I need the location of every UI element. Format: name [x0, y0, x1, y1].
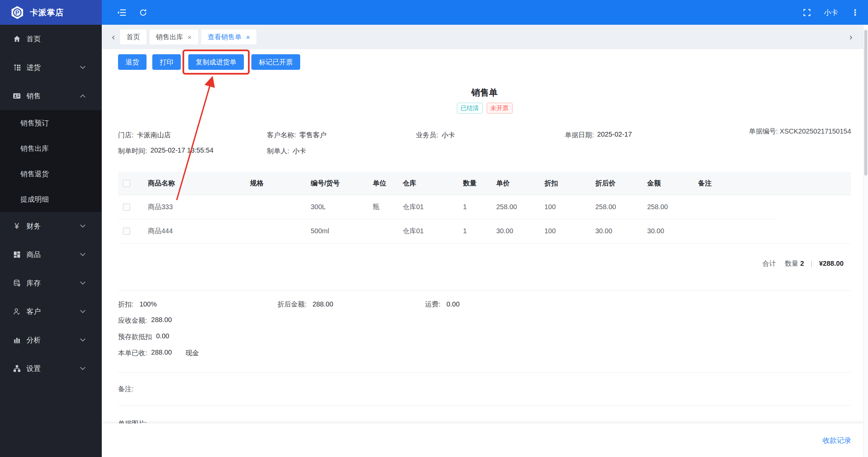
field-salesman: 业务员: 小卡 — [416, 131, 565, 140]
field-created-time: 制单时间: 2025-02-17 13:55:54 — [118, 146, 267, 156]
chevron-down-icon — [80, 367, 85, 370]
fullscreen-icon[interactable] — [803, 8, 811, 17]
chevron-up-icon — [80, 94, 85, 98]
chevron-down-icon — [80, 253, 85, 256]
document-images-label: 单据图片: — [118, 420, 147, 424]
tab-sales-outbound[interactable]: 销售出库 × — [150, 29, 198, 44]
app-body: 首页 进货 销售 销售预订 — [0, 25, 868, 457]
app-header: P 卡派掌店 小卡 ⋮ — [0, 0, 868, 25]
sidebar-item-sales-outbound[interactable]: 销售出库 — [0, 136, 102, 161]
table-row: 商品333 300L 瓶 仓库01 1 258.00 100 258.00 25… — [118, 195, 851, 219]
brand-logo-icon: P — [10, 5, 24, 20]
row-checkbox[interactable] — [123, 227, 130, 235]
remark-label: 备注: — [118, 385, 134, 393]
field-store: 门店: 卡派南山店 — [118, 131, 267, 140]
column-price: 单价 — [491, 172, 540, 195]
column-code: 编号/货号 — [306, 172, 368, 195]
refresh-icon[interactable] — [139, 8, 147, 17]
field-discount: 折扣: 100% — [118, 300, 277, 309]
home-icon — [13, 35, 21, 43]
return-goods-button[interactable]: 退货 — [118, 54, 147, 70]
annotation-highlight-box: 复制成进货单 — [182, 49, 250, 75]
line-items-table: 商品名称 规格 编号/货号 单位 仓库 数量 单价 折扣 折后价 金额 备注 — [118, 172, 851, 243]
tab-view-sales-order[interactable]: 查看销售单 × — [201, 29, 256, 44]
customer-icon — [13, 308, 21, 316]
sidebar-item-sales-booking[interactable]: 销售预订 — [0, 110, 102, 136]
field-receivable: 应收金额: 288.00 — [118, 316, 851, 325]
print-button[interactable]: 打印 — [152, 54, 181, 70]
column-spec: 规格 — [245, 172, 306, 195]
sidebar-item-sales-return[interactable]: 销售退货 — [0, 161, 102, 186]
select-all-cell — [118, 172, 143, 195]
total-amount: ¥288.00 — [819, 260, 844, 267]
field-freight: 运费: 0.00 — [425, 300, 460, 309]
status-badge-uninvoiced: 未开票 — [487, 103, 513, 114]
copy-to-purchase-order-button[interactable]: 复制成进货单 — [188, 54, 244, 70]
sidebar-item-finance[interactable]: ¥ 财务 — [0, 212, 102, 240]
field-order-date: 单据日期: 2025-02-17 — [565, 131, 632, 140]
column-warehouse: 仓库 — [398, 172, 458, 195]
field-prepaid-deduction: 预存款抵扣 0.00 — [118, 332, 851, 341]
tabs-scroll-left-icon[interactable]: ‹ — [110, 32, 117, 42]
order-info-row-1: 门店: 卡派南山店 客户名称: 零售客户 业务员: 小卡 单据日期: — [118, 131, 851, 140]
chevron-down-icon — [80, 224, 85, 228]
footer-bar: 收款记录 — [102, 423, 868, 457]
sidebar-sales-submenu: 销售预订 销售出库 销售退货 提成明细 — [0, 110, 102, 212]
order-number: 单据编号: XSCK20250217150154 — [749, 127, 851, 136]
sidebar-item-commission-detail[interactable]: 提成明细 — [0, 186, 102, 212]
order-info-row-2: 制单时间: 2025-02-17 13:55:54 制单人: 小卡 — [118, 146, 851, 156]
column-product-name: 商品名称 — [143, 172, 245, 195]
field-received: 本单已收: 288.00 现金 — [118, 349, 851, 358]
table-header-row: 商品名称 规格 编号/货号 单位 仓库 数量 单价 折扣 折后价 金额 备注 — [118, 172, 851, 195]
tab-label: 首页 — [127, 33, 140, 42]
scrollbar-thumb[interactable] — [864, 30, 867, 176]
finance-icon: ¥ — [13, 222, 21, 230]
chevron-down-icon — [80, 66, 85, 69]
settings-icon — [13, 365, 21, 373]
chevron-down-icon — [80, 281, 85, 285]
sidebar-item-inventory[interactable]: 库存 — [0, 269, 102, 297]
payment-records-link[interactable]: 收款记录 — [823, 436, 851, 445]
table-row: 商品444 500ml 仓库01 1 30.00 100 30.00 30.00 — [118, 219, 851, 243]
close-icon[interactable]: × — [188, 34, 192, 41]
sidebar-item-home[interactable]: 首页 — [0, 25, 102, 53]
column-remark: 备注 — [693, 172, 775, 195]
row-checkbox[interactable] — [123, 203, 130, 211]
collapse-sidebar-icon[interactable] — [117, 9, 126, 16]
tab-home[interactable]: 首页 — [120, 29, 147, 44]
brand-name: 卡派掌店 — [30, 7, 64, 18]
close-icon[interactable]: × — [246, 34, 250, 41]
main-area: ‹ 首页 销售出库 × 查看销售单 × › 退货 打印 — [102, 25, 868, 457]
cell-product-name: 商品444 — [143, 219, 245, 243]
tab-bar: ‹ 首页 销售出库 × 查看销售单 × › — [102, 25, 868, 49]
select-all-checkbox[interactable] — [123, 180, 130, 187]
vertical-scrollbar — [863, 25, 868, 457]
sidebar-item-sales[interactable]: 销售 — [0, 82, 102, 110]
tabs-scroll-right-icon[interactable]: › — [847, 32, 854, 42]
chevron-down-icon — [80, 310, 85, 313]
sales-icon — [13, 92, 21, 100]
sidebar-item-settings[interactable]: 设置 — [0, 354, 102, 383]
sidebar-item-goods[interactable]: 商品 — [0, 240, 102, 269]
user-menu[interactable]: 小卡 — [824, 8, 838, 17]
tab-label: 销售出库 — [156, 33, 183, 42]
column-discount: 折扣 — [540, 172, 591, 195]
analysis-icon — [13, 336, 21, 344]
totals-line: 合计数量 2 | ¥288.00 — [118, 259, 851, 268]
brand: P 卡派掌店 — [0, 0, 102, 25]
more-menu-icon[interactable]: ⋮ — [851, 8, 859, 17]
field-creator: 制单人: 小卡 — [267, 146, 306, 156]
remark-section: 备注: — [118, 373, 851, 405]
toolbar: 退货 打印 复制成进货单 标记已开票 — [102, 49, 868, 70]
svg-text:P: P — [15, 9, 19, 16]
sidebar-item-analysis[interactable]: 分析 — [0, 326, 102, 354]
sidebar-item-purchase[interactable]: 进货 — [0, 53, 102, 82]
document-images-section: 单据图片: — [118, 405, 851, 424]
page-content: 退货 打印 复制成进货单 标记已开票 销售单 已结清 未开票 单据编号: — [102, 49, 868, 423]
chevron-down-icon — [80, 338, 85, 342]
payment-method: 现金 — [186, 349, 199, 358]
sidebar-item-customers[interactable]: 客户 — [0, 297, 102, 326]
mark-invoiced-button[interactable]: 标记已开票 — [251, 54, 300, 70]
sales-order-document: 销售单 已结清 未开票 单据编号: XSCK20250217150154 门店:… — [102, 87, 868, 423]
status-badge-settled: 已结清 — [457, 103, 483, 114]
